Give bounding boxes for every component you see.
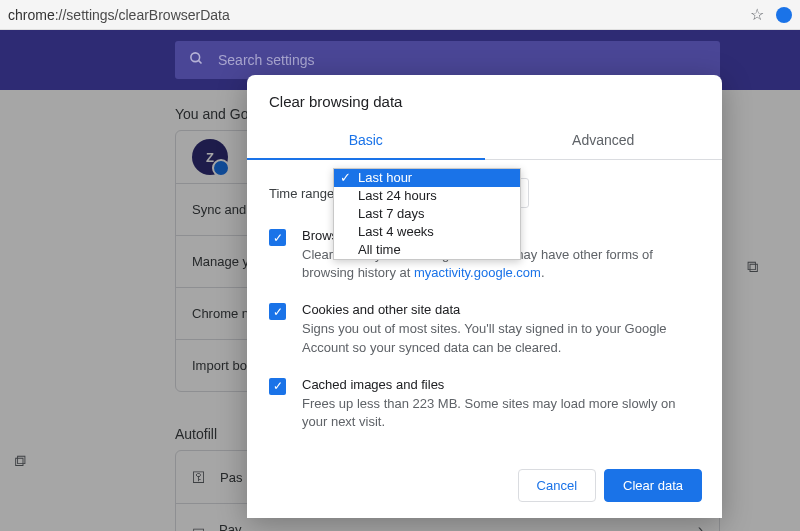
time-range-label: Time range: [269, 186, 334, 201]
checkbox-cookies[interactable]: ✓: [269, 303, 286, 320]
dialog-title: Clear browsing data: [247, 75, 722, 122]
clear-browsing-data-dialog: Clear browsing data Basic Advanced Time …: [247, 75, 722, 518]
option-cookies[interactable]: ✓ Cookies and other site data Signs you …: [269, 302, 700, 356]
checkbox-browsing-history[interactable]: ✓: [269, 229, 286, 246]
option-description: Signs you out of most sites. You'll stay…: [302, 320, 700, 356]
option-description: Frees up less than 223 MB. Some sites ma…: [302, 395, 700, 431]
time-range-dropdown[interactable]: Last hour Last 24 hours Last 7 days Last…: [333, 168, 521, 260]
dropdown-option-all-time[interactable]: All time: [334, 241, 520, 259]
dropdown-option-last-24-hours[interactable]: Last 24 hours: [334, 187, 520, 205]
search-placeholder: Search settings: [218, 52, 315, 68]
profile-avatar-icon[interactable]: [776, 7, 792, 23]
dropdown-option-last-4-weeks[interactable]: Last 4 weeks: [334, 223, 520, 241]
dropdown-option-last-hour[interactable]: Last hour: [334, 169, 520, 187]
checkbox-cached[interactable]: ✓: [269, 378, 286, 395]
dialog-tabs: Basic Advanced: [247, 122, 722, 160]
search-icon: [189, 51, 204, 69]
svg-line-1: [198, 60, 201, 63]
cancel-button[interactable]: Cancel: [518, 469, 596, 502]
svg-point-0: [191, 53, 200, 62]
dropdown-option-last-7-days[interactable]: Last 7 days: [334, 205, 520, 223]
option-title: Cookies and other site data: [302, 302, 700, 317]
url-text: chrome://settings/clearBrowserData: [8, 7, 750, 23]
option-title: Cached images and files: [302, 377, 700, 392]
tab-advanced[interactable]: Advanced: [485, 122, 723, 159]
option-cached[interactable]: ✓ Cached images and files Frees up less …: [269, 377, 700, 431]
myactivity-link: myactivity.google.com: [414, 265, 541, 280]
search-settings-input[interactable]: Search settings: [175, 41, 720, 79]
tab-basic[interactable]: Basic: [247, 122, 485, 160]
clear-data-button[interactable]: Clear data: [604, 469, 702, 502]
bookmark-star-icon[interactable]: ☆: [750, 5, 764, 24]
address-bar[interactable]: chrome://settings/clearBrowserData ☆: [0, 0, 800, 30]
